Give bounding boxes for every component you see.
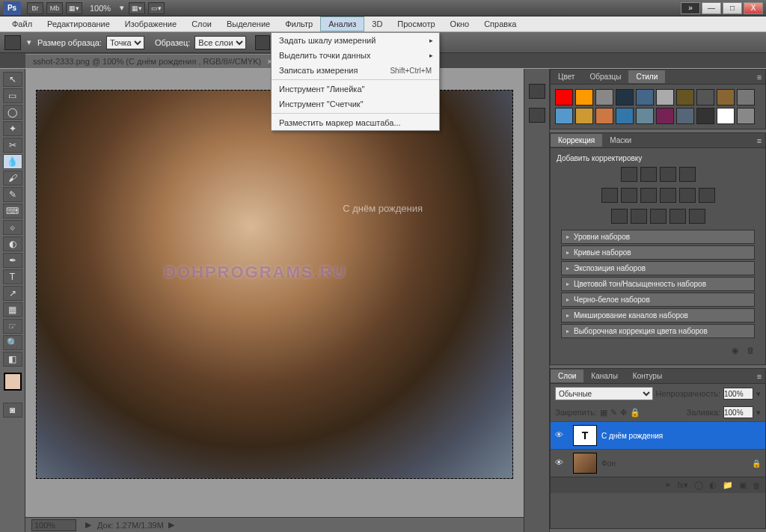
tab-Цвет[interactable]: Цвет [551,70,582,83]
gradient-map-icon[interactable] [670,209,686,224]
foreground-swatch[interactable] [4,373,22,391]
menuitem[interactable]: Разместить маркер масштаба... [272,115,439,130]
status-zoom[interactable]: 100% [31,519,76,531]
tool-1[interactable]: ▭ [3,88,22,103]
tool-3[interactable]: ✦ [3,121,22,136]
curves-icon[interactable] [660,167,676,182]
menuitem[interactable]: Выделить точки данных [272,48,439,63]
style-swatch-4[interactable] [636,89,654,106]
style-swatch-1[interactable] [575,89,593,106]
tool-8[interactable]: ⌨ [3,204,22,218]
bw-icon[interactable] [660,188,676,203]
invert-icon[interactable] [611,209,628,224]
dock-icon-2[interactable] [529,108,545,123]
sample-layers-select[interactable]: Все слои [194,36,246,49]
selective-icon[interactable] [689,209,705,224]
link-layers-icon[interactable]: ⚭ [664,480,671,490]
menu-файл[interactable]: Файл [4,17,40,31]
menu-окно[interactable]: Окно [443,17,477,31]
lock-paint-icon[interactable]: ✎ [610,408,617,418]
photo-filter-icon[interactable] [679,188,696,203]
status-arrow-icon[interactable]: ▶ [85,520,91,530]
lock-move-icon[interactable]: ✥ [620,408,627,418]
style-swatch-2[interactable] [595,89,613,106]
style-swatch-11[interactable] [575,108,593,124]
posterize-icon[interactable] [631,209,647,224]
preset-item[interactable]: Кривые наборов [561,245,755,260]
style-swatch-13[interactable] [616,108,634,124]
vibrance-icon[interactable] [601,188,618,203]
tool-17[interactable]: ◧ [3,352,22,367]
zoom-dropdown-icon[interactable]: ▾ [120,3,124,13]
exposure-icon[interactable] [679,167,696,182]
minimize-button[interactable]: — [702,2,721,14]
folder-icon[interactable]: 📁 [723,480,733,490]
opacity-arrow-icon[interactable]: ▾ [756,389,761,399]
tool-10[interactable]: ◐ [3,236,22,251]
visibility-icon[interactable]: 👁 [555,430,569,441]
quickmask-icon[interactable]: ◙ [3,403,22,418]
style-swatch-5[interactable] [656,89,674,106]
style-swatch-17[interactable] [696,108,714,124]
preset-item[interactable]: Цветовой тон/Насыщенность наборов [561,277,755,291]
tab-Образцы[interactable]: Образцы [582,70,628,83]
preset-item[interactable]: Уровни наборов [561,230,755,244]
dock-icon-1[interactable] [529,84,545,99]
document-tab[interactable]: sshot-2333.png @ 100% (С днём рождения ,… [25,54,280,68]
lock-all-icon[interactable]: 🔒 [630,408,640,418]
tab-Стили[interactable]: Стили [628,70,665,83]
tab-Каналы[interactable]: Каналы [583,370,625,382]
mask-icon[interactable]: ◯ [694,480,703,490]
maximize-button[interactable]: □ [723,2,742,14]
tb-btn-5[interactable]: ▭▾ [148,2,165,14]
layer-row[interactable]: 👁Фон🔒 [551,449,765,477]
panel-menu-icon[interactable]: ≡ [753,73,765,82]
tool-16[interactable]: 🔍 [3,335,22,350]
lock-pixels-icon[interactable]: ▦ [600,408,607,418]
panel-menu-icon[interactable]: ≡ [753,136,765,145]
style-swatch-7[interactable] [696,89,714,106]
tool-6[interactable]: 🖌 [3,171,22,186]
style-swatch-14[interactable] [636,108,654,124]
tool-14[interactable]: ▦ [3,302,22,317]
menu-редактирование[interactable]: Редактирование [40,17,117,31]
tb-btn-2[interactable]: Mb [46,2,63,14]
preset-item[interactable]: Черно-белое наборов [561,293,755,307]
tool-13[interactable]: ↗ [3,286,22,301]
panel-menu-icon[interactable]: ≡ [753,372,765,381]
menu-фильтр[interactable]: Фильтр [278,17,320,31]
style-swatch-10[interactable] [555,108,573,124]
menu-анализ[interactable]: Анализ [320,16,364,31]
new-layer-icon[interactable]: ▣ [739,480,747,490]
threshold-icon[interactable] [650,209,667,224]
tool-5[interactable]: 💧 [3,154,22,169]
menuitem[interactable]: Задать шкалу измерений [272,33,439,48]
style-swatch-18[interactable] [717,108,735,124]
hue-icon[interactable] [621,188,637,203]
tool-11[interactable]: ✒ [3,253,22,268]
tool-0[interactable]: ↖ [3,72,22,87]
menu-выделение[interactable]: Выделение [219,17,278,31]
layer-row[interactable]: 👁TС днём рождения [551,421,765,449]
menuitem[interactable]: Инструмент "Линейка" [272,82,439,97]
opacity-input[interactable] [723,388,753,400]
trash-icon[interactable]: 🗑 [753,481,761,490]
style-swatch-6[interactable] [676,89,694,106]
status-arrow2-icon[interactable]: ▶ [168,520,174,530]
tool-7[interactable]: ✎ [3,187,22,202]
fill-input[interactable] [723,406,753,418]
expand-button[interactable]: » [681,2,700,14]
menuitem[interactable]: Инструмент "Счетчик" [272,97,439,111]
canvas[interactable]: С днём рождения DOHPROGRAMS.RU [36,90,513,479]
menu-слои[interactable]: Слои [184,17,219,31]
menu-изображение[interactable]: Изображение [117,17,184,31]
preset-item[interactable]: Выборочная коррекция цвета наборов [561,324,755,338]
tab-Контуры[interactable]: Контуры [625,370,670,382]
sample-size-select[interactable]: Точка [106,36,144,49]
option-icon[interactable] [255,35,270,50]
preset-item[interactable]: Микширование каналов наборов [561,308,755,322]
fill-arrow-icon[interactable]: ▾ [756,408,761,418]
style-swatch-19[interactable] [737,108,755,124]
style-swatch-9[interactable] [737,89,755,106]
preset-item[interactable]: Экспозиция наборов [561,261,755,275]
